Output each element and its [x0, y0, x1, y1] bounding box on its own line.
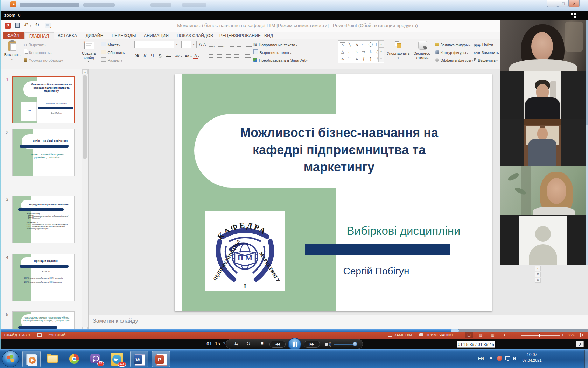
- quick-styles-button[interactable]: Экспресс- стили ▾: [412, 41, 433, 64]
- section-button[interactable]: Раздел ▾: [101, 57, 122, 63]
- notes-toggle[interactable]: ЗАМЕТКИ: [394, 333, 412, 337]
- text-shadow-button[interactable]: S: [157, 54, 163, 59]
- scroll-up-button[interactable]: ▴: [82, 69, 88, 74]
- redo-icon[interactable]: ↻: [35, 22, 40, 28]
- slide-title[interactable]: Можливості бізнес-навчання на кафедрі пі…: [213, 124, 465, 176]
- slide-thumbnail-5[interactable]: "Починайте з малого. Якщо справи підуть,…: [12, 311, 75, 332]
- volume-tray-icon[interactable]: [513, 356, 518, 361]
- font-name-combobox[interactable]: ▾: [134, 41, 180, 48]
- taskbar-viber[interactable]: 18: [86, 351, 104, 367]
- reset-button[interactable]: Сбросить: [101, 49, 125, 55]
- new-slide-button[interactable]: ✦ Создать слайд ▾: [79, 41, 99, 64]
- shape-textbox-icon[interactable]: A: [340, 42, 345, 47]
- repeat-button[interactable]: ↻: [246, 341, 250, 346]
- paste-button[interactable]: Вставить ▾: [3, 41, 22, 64]
- shapes-more-button[interactable]: ≂: [378, 55, 384, 62]
- shuffle-button[interactable]: ⇆: [234, 341, 238, 346]
- show-desktop-button[interactable]: [584, 350, 588, 368]
- stop-button[interactable]: ■: [261, 341, 264, 345]
- slide-sorter-view-button[interactable]: ▦: [477, 332, 485, 338]
- shape-rectangle-icon[interactable]: ▭: [360, 41, 367, 48]
- undo-icon[interactable]: ↶: [24, 22, 28, 28]
- language-indicator[interactable]: РУССКИЙ: [48, 333, 66, 337]
- taskbar-media-player[interactable]: [22, 351, 41, 367]
- shapes-scroll-up[interactable]: ▴: [378, 40, 384, 48]
- align-text-button[interactable]: Выровнять текст ▾: [253, 49, 292, 55]
- slide-author[interactable]: Сергій Побігун: [336, 266, 417, 277]
- rewind-button[interactable]: ◀◀: [270, 341, 286, 348]
- tab-file[interactable]: ФАЙЛ: [3, 32, 24, 39]
- previous-slide-button[interactable]: ⇈: [535, 272, 541, 277]
- clock[interactable]: 10:07 07.04.2021: [520, 352, 544, 362]
- shape-elbow-arrow-icon[interactable]: ↳: [353, 48, 360, 55]
- restore-video-button[interactable]: ↗: [576, 341, 584, 347]
- shapes-gallery[interactable]: A╲↘▭◯▢ △⌐↳⇨⇩◇ ∿⌒≈{}☆: [338, 40, 384, 63]
- start-slideshow-icon[interactable]: [45, 23, 51, 28]
- bullets-icon[interactable]: [209, 43, 214, 47]
- format-painter-button[interactable]: Формат по образцу: [24, 57, 63, 63]
- char-spacing-button[interactable]: AV: [174, 54, 181, 58]
- tab-view[interactable]: ВИД: [260, 32, 278, 39]
- zoom-percentage[interactable]: 85%: [568, 333, 575, 337]
- font-color-button[interactable]: А: [193, 54, 198, 59]
- align-left-icon[interactable]: [209, 54, 214, 58]
- increase-indent-icon[interactable]: [237, 43, 241, 47]
- shape-elbow-icon[interactable]: ⌐: [346, 48, 353, 55]
- font-size-combobox[interactable]: ▾: [181, 41, 197, 48]
- copy-button[interactable]: Копировать ▾: [24, 49, 52, 55]
- change-case-button[interactable]: Aa: [183, 54, 190, 58]
- taskbar-word[interactable]: W: [130, 351, 148, 367]
- shapes-scroll-down[interactable]: ▾: [378, 48, 384, 55]
- align-right-icon[interactable]: [226, 54, 231, 58]
- save-icon[interactable]: [15, 23, 20, 28]
- shape-fill-button[interactable]: Заливка фигуры ▾: [435, 41, 470, 48]
- tray-app-icon[interactable]: [497, 356, 502, 361]
- slide-subtitle[interactable]: Вибіркові дисципліни: [339, 224, 468, 238]
- tray-expand-icon[interactable]: [489, 357, 493, 359]
- layout-button[interactable]: Макет ▾: [101, 41, 120, 48]
- shape-curve-icon[interactable]: ≈: [353, 55, 360, 63]
- comments-toggle[interactable]: ПРИМЕЧАНИЯ: [426, 333, 453, 337]
- line-spacing-icon[interactable]: [246, 43, 251, 47]
- gallery-scrollbar[interactable]: [586, 20, 588, 265]
- shape-right-arrow-icon[interactable]: ⇨: [360, 48, 367, 55]
- minimize-button[interactable]: –: [547, 0, 558, 7]
- cut-button[interactable]: ✂ Вырезать: [24, 41, 46, 48]
- tab-home[interactable]: ГЛАВНАЯ: [24, 32, 54, 39]
- underline-button[interactable]: Ч: [149, 54, 155, 59]
- arrange-button[interactable]: Упорядочить ▾: [386, 41, 410, 64]
- pause-button[interactable]: [288, 338, 301, 351]
- shape-down-arrow-icon[interactable]: ⇩: [367, 48, 374, 55]
- scrollbar-thumb[interactable]: [83, 75, 87, 159]
- start-button[interactable]: [2, 350, 19, 367]
- shape-ellipse-icon[interactable]: ◯: [367, 41, 374, 48]
- taskbar-telegram[interactable]: 218: [108, 351, 126, 367]
- shape-effects-button[interactable]: Эффекты фигуры ▾: [435, 57, 473, 63]
- spellcheck-icon[interactable]: [37, 333, 42, 337]
- numbering-icon[interactable]: [218, 43, 223, 47]
- editor-scroll-down-button[interactable]: ▾: [535, 266, 541, 271]
- columns-icon[interactable]: [245, 54, 250, 58]
- zoom-slider-track[interactable]: [521, 335, 560, 336]
- shape-line-icon[interactable]: ╲: [346, 41, 353, 48]
- undo-dropdown-icon[interactable]: ▾: [30, 25, 31, 27]
- tab-slideshow[interactable]: ПОКАЗ СЛАЙДОВ: [172, 32, 218, 39]
- convert-smartart-button[interactable]: Преобразовать в SmartArt ▾: [253, 57, 307, 63]
- select-button[interactable]: Выделить ▾: [474, 57, 498, 63]
- close-button[interactable]: ×: [569, 0, 580, 7]
- network-tray-icon[interactable]: [505, 356, 510, 360]
- next-slide-button[interactable]: ⇊: [535, 278, 541, 283]
- slide-canvas[interactable]: Можливості бізнес-навчання на кафедрі пі…: [175, 74, 492, 311]
- shape-triangle-icon[interactable]: △: [339, 48, 346, 55]
- slide-thumbnail-3[interactable]: Кафедра ПІМ пропонує навчання: На рівні …: [12, 196, 75, 243]
- volume-icon[interactable]: ) ): [325, 342, 331, 347]
- align-center-icon[interactable]: [217, 54, 222, 58]
- reading-view-button[interactable]: ▥: [489, 332, 497, 338]
- volume-slider-knob[interactable]: [353, 342, 357, 346]
- replace-button[interactable]: ab⇄ Заменить ▾: [474, 49, 501, 55]
- tab-insert[interactable]: ВСТАВКА: [53, 32, 82, 39]
- strikethrough-button[interactable]: abc: [164, 55, 172, 58]
- bold-button[interactable]: Ж: [134, 54, 140, 59]
- shape-arc-icon[interactable]: ⌒: [346, 55, 353, 63]
- tab-animations[interactable]: АНИМАЦИЯ: [139, 32, 173, 39]
